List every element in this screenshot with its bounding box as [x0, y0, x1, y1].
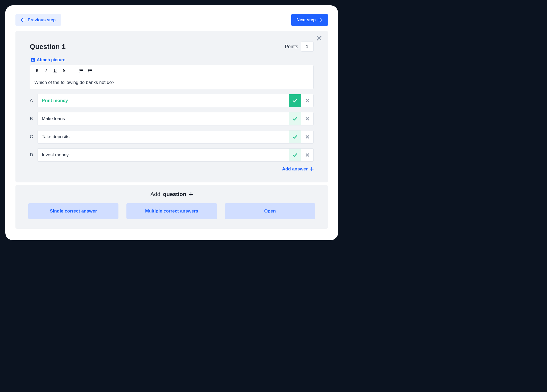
attach-picture-label: Attach picture — [37, 58, 65, 62]
add-answer-label: Add answer — [282, 166, 308, 172]
top-bar: Previous step Next step — [15, 14, 328, 26]
delete-answer-button[interactable] — [301, 94, 313, 107]
question-title: Question 1 — [30, 43, 65, 51]
question-type-row: Single correct answer Multiple correct a… — [28, 203, 315, 219]
plus-icon — [310, 167, 314, 171]
question-header: Question 1 Points — [30, 42, 314, 52]
add-question-heading: Add question — [28, 191, 315, 197]
type-single-button[interactable]: Single correct answer — [28, 203, 118, 219]
answer-text-input[interactable]: Take deposits — [38, 130, 289, 143]
points-group: Points — [285, 42, 314, 52]
svg-rect-5 — [80, 70, 83, 71]
type-multiple-button[interactable]: Multiple correct answers — [126, 203, 217, 219]
arrow-right-icon — [318, 18, 323, 22]
svg-point-10 — [88, 70, 89, 71]
add-question-emph: question — [163, 191, 186, 197]
answer-letter: A — [30, 94, 37, 107]
svg-text:3: 3 — [79, 71, 80, 72]
bold-icon[interactable]: B — [34, 68, 40, 73]
mark-correct-button[interactable] — [289, 94, 301, 107]
mark-correct-button[interactable] — [289, 112, 301, 125]
answer-body: Take deposits — [37, 130, 314, 144]
type-open-button[interactable]: Open — [225, 203, 315, 219]
mark-correct-button[interactable] — [289, 149, 301, 161]
mark-correct-button[interactable] — [289, 130, 301, 143]
attach-picture-button[interactable]: Attach picture — [31, 58, 65, 62]
answers-list: APrint moneyBMake loansCTake depositsDIn… — [30, 94, 314, 162]
answer-letter: D — [30, 148, 37, 162]
plus-icon — [189, 192, 193, 196]
answer-body: Print money — [37, 94, 314, 107]
answer-letter: B — [30, 112, 37, 125]
image-icon — [31, 58, 35, 62]
answer-row: DInvest money — [30, 148, 314, 162]
svg-rect-9 — [89, 69, 92, 70]
answer-row: BMake loans — [30, 112, 314, 125]
next-step-label: Next step — [297, 18, 316, 22]
delete-answer-button[interactable] — [301, 130, 313, 143]
question-panel: Question 1 Points Attach picture B I U S… — [15, 31, 328, 182]
question-prompt-input[interactable]: Which of the following do banks not do? — [30, 76, 313, 89]
svg-rect-11 — [89, 70, 92, 71]
ordered-list-icon[interactable]: 123 — [79, 68, 84, 73]
points-input[interactable] — [301, 42, 314, 52]
unordered-list-icon[interactable] — [88, 68, 93, 73]
svg-point-12 — [88, 72, 89, 72]
answer-row: CTake deposits — [30, 130, 314, 144]
add-question-panel: Add question Single correct answer Multi… — [15, 185, 328, 229]
answer-text-input[interactable]: Print money — [38, 94, 289, 107]
delete-answer-button[interactable] — [301, 149, 313, 161]
svg-rect-7 — [80, 72, 83, 72]
previous-step-label: Previous step — [28, 18, 56, 22]
svg-rect-3 — [80, 69, 83, 70]
question-editor: B I U S 123 Which of the following do ba… — [30, 65, 314, 89]
strikethrough-icon[interactable]: S — [61, 68, 67, 73]
editor-toolbar: B I U S 123 — [30, 65, 313, 76]
underline-icon[interactable]: U — [52, 68, 58, 73]
previous-step-button[interactable]: Previous step — [15, 14, 61, 26]
add-question-prefix: Add — [150, 191, 160, 197]
delete-answer-button[interactable] — [301, 112, 313, 125]
answer-letter: C — [30, 130, 37, 144]
answer-text-input[interactable]: Make loans — [38, 112, 289, 125]
svg-point-1 — [32, 59, 32, 60]
add-answer-button[interactable]: Add answer — [30, 166, 314, 172]
svg-rect-13 — [89, 72, 92, 72]
answer-body: Make loans — [37, 112, 314, 125]
answer-body: Invest money — [37, 148, 314, 162]
arrow-left-icon — [21, 18, 25, 22]
close-question-button[interactable] — [317, 36, 322, 40]
svg-point-8 — [88, 69, 89, 70]
next-step-button[interactable]: Next step — [291, 14, 328, 26]
answer-text-input[interactable]: Invest money — [38, 149, 289, 161]
app-window: Previous step Next step Question 1 Point… — [5, 5, 338, 240]
answer-row: APrint money — [30, 94, 314, 107]
points-label: Points — [285, 44, 298, 50]
italic-icon[interactable]: I — [43, 68, 49, 73]
